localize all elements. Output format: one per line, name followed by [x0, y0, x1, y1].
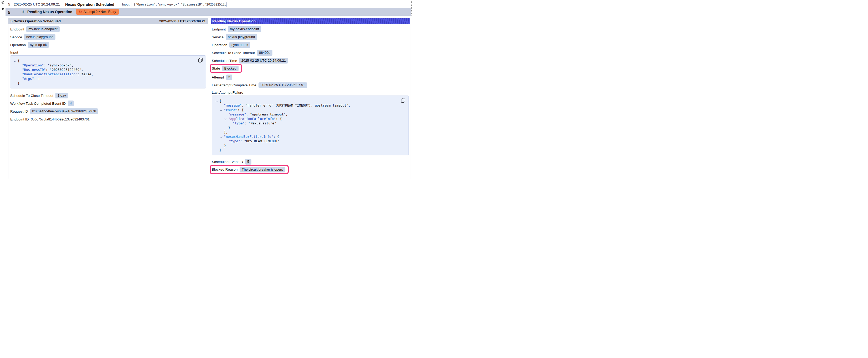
event-row-pending-nexus[interactable]: 5 ✳ Pending Nexus Operation ↻ Attempt 2 …	[5, 8, 411, 16]
pending-asterisk-icon: ✳	[22, 10, 25, 14]
field-label: Scheduled Time	[212, 59, 237, 63]
endpoint-id-link[interactable]: 3c0c75ccfa8144b092c13ce632463761	[31, 117, 90, 121]
field-request-id: Request ID b1c6a4bc-8ee7-468a-9169-df3b0…	[8, 108, 208, 114]
code-line: }	[215, 148, 405, 152]
field-label: Endpoint	[212, 27, 226, 31]
field-value-badge: 2025-02-25 UTC 20:25:27.51	[258, 83, 307, 88]
event-id-link[interactable]: 5	[8, 10, 10, 14]
field-value-badge: sync-op-ok	[28, 42, 49, 47]
field-label: Scheduled Event ID	[212, 160, 243, 164]
panel-title: Pending Nexus Operation	[212, 19, 256, 23]
field-label: Schedule To Close Timeout	[10, 94, 53, 98]
code-line: "BusinessID": "20250225122409",	[13, 67, 203, 72]
json-text: }	[228, 126, 230, 130]
code-line: }	[215, 143, 405, 148]
code-line: "type": "UPSTREAM_TIMEOUT"	[215, 139, 405, 143]
code-line: "message": "handler error (UPSTREAM_TIME…	[215, 103, 405, 108]
code-line[interactable]: {	[215, 99, 405, 103]
input-preview: {"Operation":"sync-op-ok","BusinessID":"…	[132, 2, 227, 7]
event-detail-panels: 5 Nexus Operation Scheduled 2025-02-25 U…	[8, 18, 410, 173]
event-list-scrollbar[interactable]	[411, 1, 412, 15]
field-label: Workflow Task Completed Event ID	[10, 102, 66, 105]
input-section-label: Input	[10, 51, 208, 54]
field-label: Request ID	[10, 109, 28, 113]
field-label: Schedule To Close Timeout	[212, 51, 255, 55]
input-json-viewer: { "Operation": "sync-op-ok", "BusinessID…	[10, 55, 206, 89]
json-text: : "handler error (UPSTREAM_TIMEOUT): ups…	[242, 103, 350, 107]
field-attempt: Attempt 2	[211, 74, 410, 80]
field-label: Service	[212, 35, 223, 39]
field-value-badge: 2	[226, 74, 232, 80]
field-value-badge: nexus-playground	[226, 34, 257, 40]
field-label: Service	[10, 35, 22, 39]
field-label: Endpoint ID	[10, 117, 29, 121]
json-text: : {	[276, 117, 282, 121]
json-text: : "upstream timeout",	[246, 112, 288, 116]
event-row-nexus-scheduled[interactable]: 5 2025-02-25 UTC 20:24:09.21 Nexus Opera…	[8, 1, 434, 8]
json-text: {	[219, 99, 221, 103]
json-text: }	[219, 148, 221, 152]
json-key: "Operation"	[22, 63, 44, 67]
field-scheduled-event-id: Scheduled Event ID 5	[211, 159, 410, 165]
panel-timestamp: 2025-02-25 UTC 20:24:09.21	[159, 19, 206, 23]
scheduled-event-panel: 5 Nexus Operation Scheduled 2025-02-25 U…	[8, 18, 208, 122]
input-label: Input	[122, 3, 129, 6]
failure-json-viewer: { "message": "handler error (UPSTREAM_TI…	[212, 96, 409, 155]
json-key: "type"	[233, 121, 245, 125]
retry-status-badge: ↻ Attempt 2 • Next Retry	[76, 9, 119, 15]
code-line: }	[215, 126, 405, 130]
code-line[interactable]: "nexusHandlerFailureInfo": {	[215, 134, 405, 139]
field-service: Service nexus-playground	[8, 34, 208, 40]
field-value-badge: my-nexus-endpoint	[228, 26, 261, 32]
retry-badge-label: Attempt 2 • Next Retry	[84, 10, 116, 14]
code-line[interactable]: "cause": {	[215, 108, 405, 112]
field-schedule-to-close-timeout: Schedule To Close Timeout 1 day	[8, 93, 208, 98]
field-schedule-to-close-timeout: Schedule To Close Timeout 86400s	[211, 50, 410, 56]
event-history-rows: 5 2025-02-25 UTC 20:24:09.21 Nexus Opera…	[0, 0, 434, 17]
code-line: "Operation": "sync-op-ok",	[13, 63, 203, 67]
refresh-icon: ↻	[79, 10, 82, 14]
event-title: Pending Nexus Operation	[27, 10, 72, 14]
code-line[interactable]: "applicationFailureInfo": {	[215, 117, 405, 121]
field-endpoint: Endpoint my-nexus-endpoint	[211, 26, 410, 32]
json-text: }	[224, 143, 226, 148]
event-timestamp: 2025-02-25 UTC 20:24:09.21	[14, 2, 60, 6]
field-endpoint: Endpoint my-nexus-endpoint	[8, 26, 208, 32]
event-title: Nexus Operation Scheduled	[65, 2, 114, 6]
panel-title: 5 Nexus Operation Scheduled	[10, 19, 61, 23]
field-scheduled-time: Scheduled Time 2025-02-25 UTC 20:24:09.2…	[211, 58, 410, 64]
json-text: : {	[273, 135, 279, 138]
field-value-badge: 2025-02-25 UTC 20:24:09.21	[239, 58, 288, 63]
json-text: : false,	[78, 72, 93, 76]
field-value-badge: 4	[68, 100, 74, 106]
field-label: Blocked Reason	[212, 167, 238, 171]
code-line: },	[215, 130, 405, 134]
temporal-event-details-page: 5 2025-02-25 UTC 20:24:09.21 Nexus Opera…	[0, 0, 434, 179]
json-key: "message"	[224, 103, 242, 107]
pending-panel-header: Pending Nexus Operation	[211, 18, 410, 24]
field-label: State	[212, 66, 220, 70]
field-workflow-task-completed-event-id: Workflow Task Completed Event ID 4	[8, 100, 208, 106]
json-key: "nexusHandlerFailureInfo"	[224, 135, 273, 138]
code-line: "HandlerWaitForCancellation": false,	[13, 72, 203, 76]
field-value-badge: my-nexus-endpoint	[26, 26, 60, 32]
event-id[interactable]: 5	[8, 2, 10, 6]
json-key: "HandlerWaitForCancellation"	[22, 72, 78, 76]
json-key: "Args"	[22, 77, 34, 80]
code-line: "Args": □	[13, 76, 203, 81]
field-value-badge: b1c6a4bc-8ee7-468a-9169-df3b02c8737b	[30, 108, 98, 114]
code-line[interactable]: {	[13, 59, 203, 63]
json-text: : {	[238, 108, 244, 112]
field-value-badge: 86400s	[257, 50, 273, 55]
field-last-attempt-complete-time: Last Attempt Complete Time 2025-02-25 UT…	[211, 82, 410, 88]
field-value-badge: 1 day	[56, 93, 68, 98]
json-text: : "UPSTREAM_TIMEOUT"	[240, 139, 280, 143]
scheduled-panel-header: 5 Nexus Operation Scheduled 2025-02-25 U…	[8, 18, 208, 24]
blocked-reason-badge: The circuit breaker is open.	[240, 167, 285, 172]
json-text: {	[18, 59, 20, 63]
field-label: Operation	[10, 43, 26, 47]
field-label: Last Attempt Complete Time	[212, 83, 256, 87]
json-text: : "20250225122409",	[46, 68, 83, 72]
json-key: "message"	[228, 112, 246, 116]
json-key: "applicationFailureInfo"	[228, 117, 276, 121]
